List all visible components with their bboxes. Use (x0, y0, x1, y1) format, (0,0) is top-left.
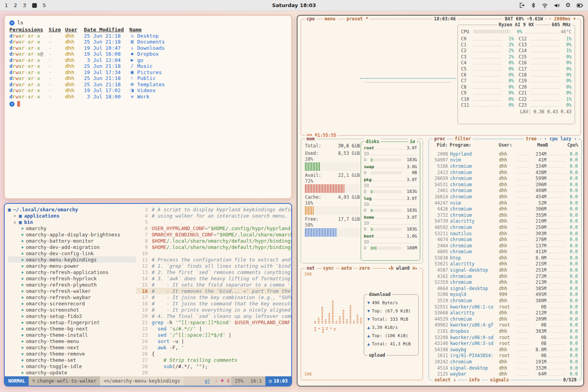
mem-box-title[interactable]: mem (305, 136, 316, 142)
process-row[interactable]: 53211 nautilus dhh 303M 0.0 (430, 230, 580, 237)
tree-dir-item[interactable]: > ▣ applications (8, 212, 136, 219)
process-row[interactable]: 43140 kworker/u96:3-sd root 0B 0.0 (430, 340, 580, 347)
terminal-window[interactable]: ls Permissions Size User Date Modified N… (4, 15, 292, 199)
process-row[interactable]: 28659 chromium dhh 599M 0.0 (430, 175, 580, 181)
process-row[interactable]: 54739 alacritty dhh 210M 0.0 (430, 218, 580, 225)
prompt-line[interactable] (9, 101, 287, 107)
process-row[interactable]: 4674 chromium dhh 276M 0.0 (430, 236, 580, 243)
process-row[interactable]: 4514 signal-desktop dhh 332M 0.0 (430, 365, 580, 371)
process-row[interactable]: 5166 chromium dhh 334M 0.0 (430, 163, 580, 169)
process-row[interactable]: 48592 chromium dhh 250M 0.0 (430, 224, 580, 230)
tree-file-item[interactable]: ✱ omarchy-dev-add-migration (8, 244, 136, 250)
header-cpu[interactable]: Cpu% (550, 142, 578, 148)
process-row[interactable]: 4805 chromium dhh 411M 0.0 (430, 249, 580, 255)
tree-file-item[interactable]: ✱ omarchy-theme-install (8, 332, 136, 338)
tree-file-item[interactable]: ✱ omarchy (8, 225, 136, 231)
tree-file-item[interactable]: ✱ omarchy-update (8, 369, 136, 376)
workspace-button[interactable]: 3 (23, 2, 26, 8)
tree-file-item[interactable]: ✱ omarchy-dev-config-link (8, 250, 136, 256)
tree-file-item[interactable]: ✱ omarchy-screenshot (8, 307, 136, 313)
header-user[interactable]: User: (499, 142, 514, 148)
tree-file-item[interactable]: ✱ omarchy-theme-remove (8, 350, 136, 357)
process-row[interactable]: 3732 chromium dhh 355M 0.0 (430, 212, 580, 218)
net-auto-toggle[interactable]: auto (339, 265, 354, 271)
tree-file-item[interactable]: ✱ omarchy-menu-power (8, 263, 136, 269)
tree-file-item[interactable]: ✱ omarchy-refresh-hyprlock (8, 275, 136, 281)
net-box-title[interactable]: net (305, 265, 316, 271)
tree-dir-item[interactable]: v ▣ bin (8, 219, 136, 225)
neovim-window[interactable]: ▣ ~/.local/share/omarchy > ▣ application… (4, 203, 292, 387)
process-row[interactable]: 10242 chromium dhh 191M 0.0 (430, 359, 580, 365)
process-row[interactable]: 4664 signal-desktop dhh 385M 0.0 (430, 285, 580, 292)
process-row[interactable]: 53621 alacritty dhh 215M 0.0 (430, 261, 580, 267)
process-row[interactable]: 3208 mysqld 999 495M 0.0 (430, 292, 580, 298)
tree-file-item[interactable]: ✱ omarchy-menu-keybindings (8, 256, 136, 263)
process-row[interactable]: 16614 chromium dhh 454M 0.0 (430, 194, 580, 200)
header-memory[interactable]: MemB (531, 142, 548, 148)
tree-file-item[interactable]: ✱ omarchy-refresh-walker (8, 288, 136, 294)
tree-file-item[interactable]: ✱ omarchy-theme-bg-next (8, 325, 136, 332)
tree-file-item[interactable]: ✱ omarchy-setup-fingerprint (8, 319, 136, 325)
process-row[interactable]: 52359 chromium dhh 213M 0.0 (430, 279, 580, 285)
process-row[interactable]: 53668 alacritty dhh 212M 0.0 (430, 310, 580, 316)
header-pid[interactable]: Pid: (432, 142, 448, 148)
sort-selector[interactable]: ‹ cpu lazy › (543, 136, 578, 142)
settings-gear-icon[interactable]: ⚙ (566, 2, 571, 8)
process-row[interactable]: 2464 chromium dhh 137M 0.0 (430, 243, 580, 249)
process-row[interactable]: 2461 chromium dhh 408M 0.0 (430, 188, 580, 194)
select-control[interactable]: select ↓ (433, 377, 457, 383)
header-program[interactable]: Program: (450, 142, 497, 148)
code-editor[interactable]: 3# A script to display Hyprland keybindi… (136, 204, 291, 376)
net-zero-toggle[interactable]: zero (358, 265, 372, 271)
tree-toggle[interactable]: tree (524, 136, 538, 142)
wifi-icon[interactable] (542, 3, 548, 8)
process-row[interactable]: 2191 dropbox dhh 383M 0.0 (430, 328, 580, 334)
process-row[interactable]: 2125 waybar dhh 64M 0.0 (430, 371, 580, 377)
workspace-button[interactable]: 1 (5, 2, 8, 8)
bluetooth-icon[interactable] (531, 2, 536, 8)
tree-file-item[interactable]: ✱ omarchy-screenrecord (8, 300, 136, 307)
workspace-button[interactable]: 5 (43, 2, 46, 8)
proc-box-title[interactable]: proc (433, 136, 447, 142)
process-row[interactable]: 2008 Hyprland dhh 234M 0.0 (430, 151, 580, 157)
menu-button[interactable]: menu (323, 16, 337, 22)
workspace-button[interactable] (32, 3, 37, 8)
info-control[interactable]: info (467, 377, 481, 383)
process-row[interactable]: 4162 chromium dhh 272M 0.0 (430, 273, 580, 279)
process-row[interactable]: 44529 chromium dhh 209M 0.0 (430, 316, 580, 322)
process-row[interactable]: 4426 chromium dhh 306M 0.0 (430, 206, 580, 212)
tree-file-item[interactable]: ✱ omarchy-theme-set (8, 357, 136, 363)
tree-file-item[interactable]: ✱ omarchy-setup-fido2 (8, 313, 136, 319)
preset-button[interactable]: preset * (345, 16, 370, 22)
process-row[interactable]: 54907 nvim dhh 41M 0.0 (430, 157, 580, 163)
tree-file-item[interactable]: ✱ omarchy-refresh-waybar (8, 294, 136, 300)
process-row[interactable]: 1611 irq/81-PIXA3854: root 0B 0.0 (430, 353, 580, 359)
battery-icon[interactable] (577, 3, 583, 8)
cpu-box-title[interactable]: cpu (305, 16, 316, 22)
process-row[interactable]: 3519 chromium dhh 380M 0.0 (430, 298, 580, 304)
iface-next-key[interactable]: n▸ (412, 265, 418, 271)
tree-file-item[interactable]: ✱ omarchy-refresh-plymouth (8, 281, 136, 288)
signals-control[interactable]: signals (488, 377, 510, 383)
io-mode-toggle[interactable]: io (408, 139, 417, 145)
process-row[interactable]: 44247 nvim dhh 52M 0.0 (430, 200, 580, 206)
workspace-button[interactable]: 2 (14, 2, 17, 8)
process-row[interactable]: 2413 chromium dhh 438M 0.0 (430, 169, 580, 176)
refresh-rate-control[interactable]: - 2000ms + (547, 16, 577, 22)
disks-box-title[interactable]: disks (364, 139, 381, 145)
iface-prev-key[interactable]: ◂b (388, 265, 394, 271)
btop-window[interactable]: cpu menu preset * 18:03:46 BAT 60% -9.61… (297, 15, 584, 387)
logout-icon[interactable] (519, 2, 525, 8)
tree-file-item[interactable]: ✱ omarchy-battery-monitor (8, 238, 136, 244)
process-row[interactable]: 52551 kworker/u96:1-co root 0B 0.0 (430, 304, 580, 310)
tree-file-item[interactable]: ✱ omarchy-toggle-idle (8, 363, 136, 369)
process-row[interactable]: 54531 chromium dhh 206M 0.0 (430, 181, 580, 188)
net-sync-toggle[interactable]: sync (321, 265, 336, 271)
filter-button[interactable]: filter (453, 136, 473, 142)
net-interface-selector[interactable]: ◂b wlan0 n▸ (387, 265, 419, 271)
process-row[interactable]: 4587 signal-desktop dhh 251M 0.0 (430, 267, 580, 273)
process-row[interactable]: 49962 kworker/u96:4-gf root 0B 0.0 (430, 322, 580, 328)
process-row[interactable]: 53638 btop dhh 8.0M 0.0 (430, 255, 580, 261)
tree-root[interactable]: ▣ ~/.local/share/omarchy (8, 206, 136, 212)
tree-file-item[interactable]: ✱ omarchy-apple-display-brightness (8, 231, 136, 238)
